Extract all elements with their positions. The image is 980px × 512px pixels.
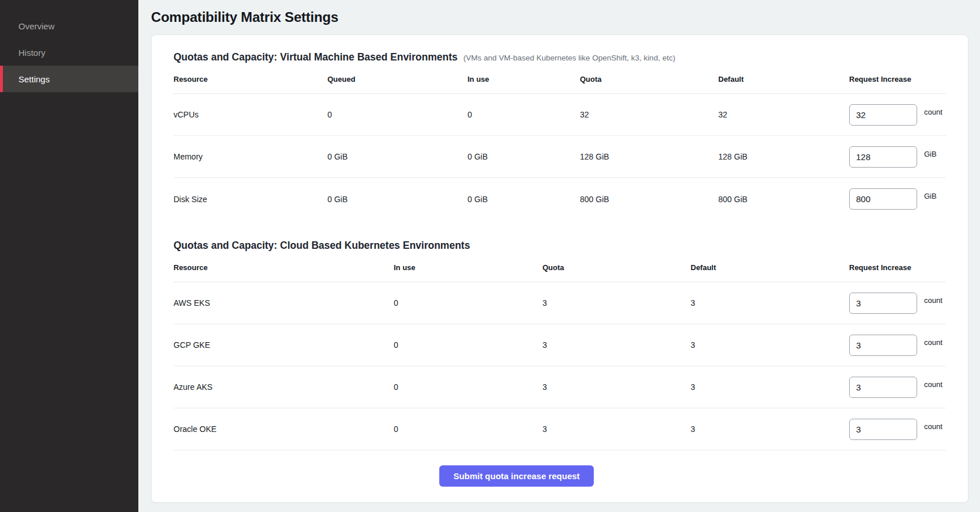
oracle-oke-request-input[interactable] bbox=[849, 419, 917, 440]
submit-quota-request-button[interactable]: Submit quota increase request bbox=[439, 465, 593, 487]
request-increase-cell: GiB bbox=[849, 188, 946, 210]
sidebar: Overview History Settings bbox=[0, 0, 138, 512]
table-row: AWS EKS 0 3 3 count bbox=[174, 282, 946, 324]
resource-cell: GCP GKE bbox=[174, 340, 394, 350]
sidebar-item-history[interactable]: History bbox=[0, 39, 138, 66]
default-cell: 3 bbox=[691, 424, 849, 434]
cloud-section-title: Quotas and Capacity: Cloud Based Kuberne… bbox=[174, 240, 470, 252]
column-header-quota: Quota bbox=[580, 75, 718, 84]
request-increase-cell: count bbox=[849, 104, 946, 126]
in-use-cell: 0 bbox=[394, 424, 542, 434]
table-row: vCPUs 0 0 32 32 count bbox=[174, 94, 946, 136]
table-row: Disk Size 0 GiB 0 GiB 800 GiB 800 GiB Gi… bbox=[174, 178, 946, 220]
in-use-cell: 0 GiB bbox=[468, 152, 580, 161]
unit-label: GiB bbox=[924, 192, 937, 200]
resource-cell: Oracle OKE bbox=[174, 424, 394, 434]
unit-label: GiB bbox=[924, 150, 937, 158]
sidebar-item-label: History bbox=[18, 48, 46, 58]
azure-aks-request-input[interactable] bbox=[849, 377, 917, 398]
default-cell: 32 bbox=[718, 110, 849, 119]
quota-cell: 3 bbox=[542, 340, 691, 350]
quota-settings-card: Quotas and Capacity: Virtual Machine Bas… bbox=[151, 35, 968, 503]
default-cell: 3 bbox=[691, 382, 849, 392]
table-row: Memory 0 GiB 0 GiB 128 GiB 128 GiB GiB bbox=[174, 136, 946, 178]
queued-cell: 0 GiB bbox=[327, 152, 468, 161]
table-row: Oracle OKE 0 3 3 count bbox=[174, 408, 946, 450]
sidebar-item-label: Overview bbox=[18, 21, 55, 31]
sidebar-item-settings[interactable]: Settings bbox=[0, 66, 138, 92]
vm-table-header: Resource Queued In use Quota Default Req… bbox=[174, 66, 946, 94]
request-increase-cell: GiB bbox=[849, 146, 946, 168]
cloud-section-header: Quotas and Capacity: Cloud Based Kuberne… bbox=[174, 240, 946, 252]
vm-section-subtitle: (VMs and VM-based Kubernetes like OpenSh… bbox=[463, 54, 676, 62]
page-title: Compatibility Matrix Settings bbox=[151, 9, 968, 25]
quota-cell: 32 bbox=[580, 110, 718, 119]
quota-cell: 3 bbox=[542, 382, 691, 392]
column-header-default: Default bbox=[718, 75, 849, 84]
request-increase-cell: count bbox=[849, 419, 946, 440]
quota-cell: 128 GiB bbox=[580, 152, 718, 161]
in-use-cell: 0 GiB bbox=[468, 195, 580, 204]
request-increase-cell: count bbox=[849, 293, 946, 314]
disk-size-request-input[interactable] bbox=[849, 188, 917, 210]
column-header-request-increase: Request Increase bbox=[849, 75, 946, 84]
unit-label: count bbox=[924, 296, 943, 305]
default-cell: 3 bbox=[691, 340, 849, 350]
resource-cell: AWS EKS bbox=[174, 298, 394, 308]
memory-request-input[interactable] bbox=[849, 146, 917, 168]
in-use-cell: 0 bbox=[394, 382, 542, 392]
unit-label: count bbox=[924, 108, 943, 116]
column-header-in-use: In use bbox=[468, 75, 580, 84]
request-increase-cell: count bbox=[849, 377, 946, 398]
in-use-cell: 0 bbox=[468, 110, 580, 119]
default-cell: 3 bbox=[691, 298, 849, 308]
table-row: Azure AKS 0 3 3 count bbox=[174, 366, 946, 408]
in-use-cell: 0 bbox=[394, 298, 542, 308]
default-cell: 800 GiB bbox=[718, 195, 849, 204]
quota-cell: 3 bbox=[542, 424, 691, 434]
column-header-default: Default bbox=[691, 263, 849, 272]
vm-section-title: Quotas and Capacity: Virtual Machine Bas… bbox=[174, 51, 458, 63]
column-header-queued: Queued bbox=[327, 75, 468, 84]
column-header-in-use: In use bbox=[394, 263, 542, 272]
unit-label: count bbox=[924, 422, 943, 431]
aws-eks-request-input[interactable] bbox=[849, 293, 917, 314]
queued-cell: 0 GiB bbox=[327, 195, 468, 204]
sidebar-item-overview[interactable]: Overview bbox=[0, 13, 138, 39]
active-indicator bbox=[0, 66, 3, 92]
resource-cell: vCPUs bbox=[174, 110, 327, 119]
resource-cell: Memory bbox=[174, 152, 327, 161]
column-header-resource: Resource bbox=[174, 263, 394, 272]
table-row: GCP GKE 0 3 3 count bbox=[174, 324, 946, 366]
unit-label: count bbox=[924, 338, 943, 347]
submit-row: Submit quota increase request bbox=[174, 465, 860, 487]
sidebar-item-label: Settings bbox=[18, 74, 50, 84]
resource-cell: Disk Size bbox=[174, 195, 327, 204]
vm-section-header: Quotas and Capacity: Virtual Machine Bas… bbox=[174, 51, 946, 63]
resource-cell: Azure AKS bbox=[174, 382, 394, 392]
app-window: Overview History Settings Compatibility … bbox=[0, 0, 980, 512]
queued-cell: 0 bbox=[327, 110, 468, 119]
default-cell: 128 GiB bbox=[718, 152, 849, 161]
column-header-request-increase: Request Increase bbox=[849, 263, 946, 272]
quota-cell: 3 bbox=[542, 298, 691, 308]
request-increase-cell: count bbox=[849, 335, 946, 356]
column-header-resource: Resource bbox=[174, 75, 327, 84]
main-content: Compatibility Matrix Settings Quotas and… bbox=[138, 0, 980, 512]
column-header-quota: Quota bbox=[542, 263, 691, 272]
cloud-table-header: Resource In use Quota Default Request In… bbox=[174, 254, 946, 282]
unit-label: count bbox=[924, 380, 943, 389]
in-use-cell: 0 bbox=[394, 340, 542, 350]
quota-cell: 800 GiB bbox=[580, 195, 718, 204]
gcp-gke-request-input[interactable] bbox=[849, 335, 917, 356]
vcpus-request-input[interactable] bbox=[849, 104, 917, 126]
